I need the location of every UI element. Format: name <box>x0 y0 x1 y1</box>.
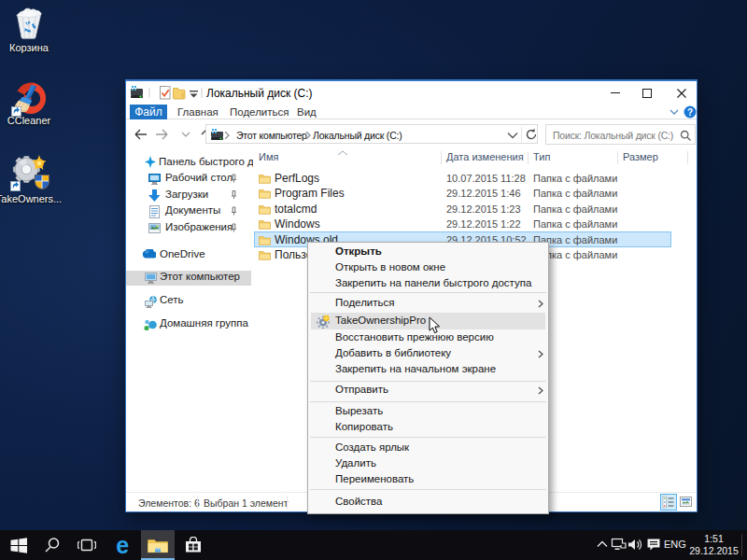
svg-text:?: ? <box>687 107 693 118</box>
svg-text:e: e <box>116 535 129 555</box>
